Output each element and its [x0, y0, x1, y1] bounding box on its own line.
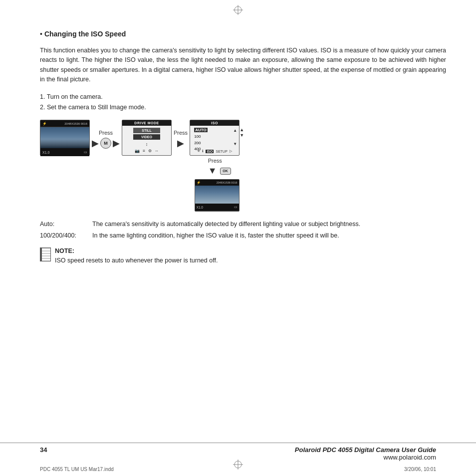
screen4-battery: ▭ [234, 205, 238, 209]
brand-url: www.polaroid.com [295, 454, 436, 461]
press-label-1: Press [99, 130, 113, 136]
screen4-flash: ⚡ [197, 181, 201, 185]
iso-bottom-bar: ☀ ℹ ISO SETUP ▷ [190, 149, 239, 153]
note-content: NOTE: ISO speed resets to auto whenever … [55, 246, 218, 266]
screen1-photo [40, 127, 89, 148]
arrow-right-1: ▶ [92, 138, 99, 149]
press-label-3: Press [208, 158, 222, 164]
note-area: NOTE: ISO speed resets to auto whenever … [40, 246, 446, 266]
drive-bottom-icons: 📷 ≡ ⚙ ↔ [122, 149, 171, 153]
iso-bottom-info: ℹ [202, 149, 204, 153]
screen4-photo [195, 186, 239, 204]
body-text: This function enables you to change the … [40, 46, 446, 85]
iso-screen: ISO AUTO 100 200 400 ▲ ▼ ☀ ℹ [190, 120, 239, 156]
iso-auto-selected: AUTO [194, 128, 208, 132]
note-label: NOTE: [55, 247, 74, 254]
brand-info: Polaroid PDC 4055 Digital Camera User Gu… [295, 446, 436, 461]
drive-icon-settings: ⚙ [148, 149, 152, 153]
main-content: • Changing the ISO Speed This function e… [40, 30, 446, 426]
press-button-ok: OK [220, 168, 231, 175]
iso-option-auto: AUTO [194, 127, 235, 134]
iso-bottom-iso-label: ISO [206, 150, 214, 153]
descriptions: Auto: The camera's sensitivity is automa… [40, 220, 446, 240]
desc-row-auto: Auto: The camera's sensitivity is automa… [40, 220, 446, 229]
diagram-col-arrow1: Press ▶ M ▶ [92, 120, 120, 149]
drive-icon-arrow: ↔ [155, 149, 159, 153]
drive-icon-camera: 📷 [135, 149, 140, 153]
reg-mark-top-center [233, 5, 243, 16]
screen1-topbar: ⚡ 2048X1536 0016 [40, 120, 89, 127]
desc-auto-label: Auto: [40, 220, 87, 229]
screen4-zoom: X1.0 [197, 206, 203, 209]
iso-scroll-up-icon: ▲ [233, 128, 237, 133]
drive-options: STILL VIDEO ↕ [122, 126, 171, 147]
iso-bottom-arrow: ▷ [230, 149, 232, 153]
press-button-m: M [100, 138, 111, 149]
diagram-col-arrow2: Press ▶ [174, 120, 188, 149]
desc-100-label: 100/200/400: [40, 231, 87, 240]
step-2: 2. Set the camera to Still Image mode. [40, 102, 446, 113]
result-camera-screen: ⚡ 2048X1536 0016 X1.0 ▭ [195, 179, 239, 212]
screen4-res: 2048X1536 0016 [217, 181, 238, 184]
press-label-2: Press [174, 130, 188, 136]
drive-icon-list: ≡ [143, 149, 145, 153]
screen1-bottombar: X1.0 ▭ [40, 148, 89, 156]
iso-bottom-sun: ☀ [197, 149, 200, 153]
drive-option-video: VIDEO [133, 134, 160, 140]
diagram-col-1: ⚡ 2048X1536 0016 X1.0 ▭ [40, 120, 90, 156]
page: • Changing the ISO Speed This function e… [0, 0, 476, 476]
iso-option-100: 100 [194, 134, 235, 140]
page-number: 34 [40, 446, 47, 454]
arrow-down-1: ▼ [208, 166, 217, 176]
steps: 1. Turn on the camera. 2. Set the camera… [40, 92, 446, 113]
iso-right-scroll-up: ▲ [239, 128, 244, 132]
desc-row-100: 100/200/400: In the same lighting condit… [40, 231, 446, 240]
screen1-res: 2048X1536 0016 [64, 122, 87, 125]
desc-auto-text: The camera's sensitivity is automaticall… [92, 220, 446, 229]
iso-option-200: 200 [194, 140, 235, 147]
iso-title: ISO [190, 120, 239, 126]
section-title: Changing the ISO Speed [44, 30, 126, 38]
print-info: PDC 4055 TL UM US Mar17.indd 3/20/06, 10… [0, 467, 476, 472]
step-1: 1. Turn on the camera. [40, 92, 446, 102]
note-text: ISO speed resets to auto whenever the po… [55, 257, 218, 264]
iso-right-scroll-down: ▼ [239, 133, 244, 138]
print-right: 3/20/06, 10:01 [404, 467, 436, 472]
screen1-cloud [40, 139, 89, 148]
desc-100-text: In the same lighting condition, higher t… [92, 231, 446, 240]
footer: 34 Polaroid PDC 4055 Digital Camera User… [0, 443, 476, 461]
camera-screen-result: ⚡ 2048X1536 0016 X1.0 ▭ [195, 179, 239, 212]
diagram-col-3: ISO AUTO 100 200 400 ▲ ▼ ☀ ℹ [190, 120, 244, 212]
drive-title: DRIVE MODE [122, 120, 171, 126]
screen1-flash-icon: ⚡ [42, 122, 47, 126]
diagram-col-2: DRIVE MODE STILL VIDEO ↕ 📷 ≡ ⚙ ↔ [122, 120, 172, 156]
section-bullet: • [40, 30, 42, 38]
drive-mode-screen: DRIVE MODE STILL VIDEO ↕ 📷 ≡ ⚙ ↔ [122, 120, 172, 156]
camera-screen-1: ⚡ 2048X1536 0016 X1.0 ▭ [40, 120, 90, 156]
ok-label: OK [223, 169, 228, 173]
diagram: ⚡ 2048X1536 0016 X1.0 ▭ Press [40, 120, 446, 212]
screen1-zoom: X1.0 [42, 151, 49, 154]
note-icon [40, 247, 51, 261]
iso-bottom-setup: SETUP [216, 150, 227, 153]
screen1-battery: ▭ [84, 150, 87, 154]
arrow-right-1b: ▶ [113, 138, 120, 149]
print-left: PDC 4055 TL UM US Mar17.indd [40, 467, 114, 472]
drive-arrow: ↕ [146, 142, 148, 147]
screen4-topbar: ⚡ 2048X1536 0016 [195, 180, 239, 186]
screen4-bottombar: X1.0 ▭ [195, 204, 239, 211]
iso-scroll-down-icon: ▼ [233, 142, 237, 146]
m-label: M [104, 141, 108, 146]
drive-option-still: STILL [133, 128, 160, 133]
brand-name: Polaroid PDC 4055 Digital Camera User Gu… [295, 446, 436, 454]
arrow-right-2: ▶ [177, 138, 184, 149]
